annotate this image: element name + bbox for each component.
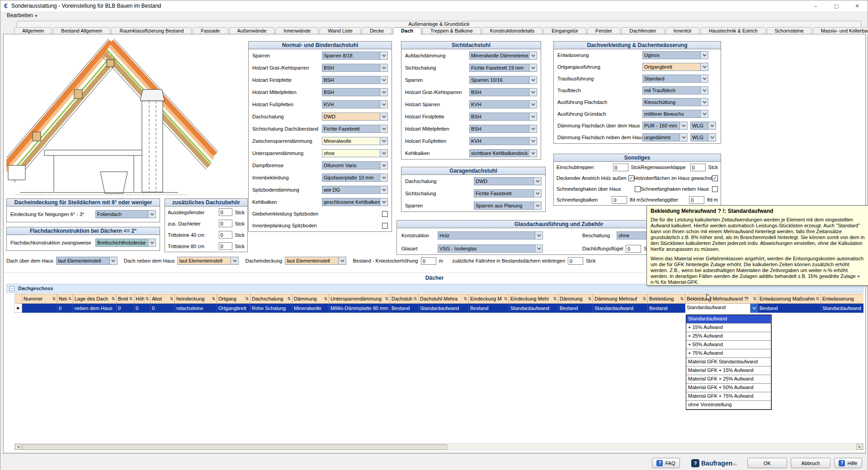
tab-konstruktionsdetails[interactable]: Konstruktionsdetails bbox=[482, 27, 542, 34]
dropdown-option[interactable]: + 25% Aufwand bbox=[686, 332, 771, 341]
tab-wand-liste[interactable]: Wand Liste bbox=[320, 27, 361, 34]
dropdown-option[interactable]: + 15% Aufwand bbox=[686, 324, 771, 332]
table-cell-8[interactable]: Rohe Schalung bbox=[250, 304, 292, 313]
chevron-down-icon[interactable] bbox=[148, 211, 156, 218]
chevron-down-icon[interactable] bbox=[679, 122, 687, 129]
table-cell-7[interactable]: Ortgangbrett bbox=[217, 304, 250, 313]
chevron-down-icon[interactable] bbox=[529, 64, 537, 71]
chevron-down-icon[interactable] bbox=[700, 52, 708, 59]
dropdown-option[interactable]: Material GFK + 75% Aufwand bbox=[686, 392, 771, 401]
sonstiges-checkbox[interactable]: ✓ bbox=[712, 175, 718, 181]
chevron-down-icon[interactable] bbox=[700, 87, 708, 94]
chevron-down-icon[interactable] bbox=[533, 202, 541, 209]
chevron-down-icon[interactable] bbox=[700, 63, 708, 70]
table-cell-10[interactable]: MiWo-Dämmplatte 80 mm bbox=[329, 304, 390, 313]
table-cell-11[interactable]: Bestand bbox=[390, 304, 419, 313]
tab-dachfenster[interactable]: Dachfenster bbox=[621, 27, 664, 34]
chevron-down-icon[interactable] bbox=[380, 89, 387, 96]
verkleidung-select-4[interactable]: Kiesschüttung bbox=[642, 98, 708, 106]
sonstiges-checkbox[interactable] bbox=[712, 186, 718, 192]
sicht-select-7[interactable]: KVH bbox=[469, 137, 537, 145]
binder-select-7[interactable]: Mineralwolle bbox=[322, 137, 388, 145]
tab-innenwände[interactable]: Innenwände bbox=[275, 27, 319, 34]
chevron-down-icon[interactable] bbox=[148, 239, 156, 246]
binder-select-3[interactable]: BSH bbox=[322, 88, 388, 96]
table-cell-12[interactable]: Standardaufwand bbox=[419, 304, 469, 313]
tab-decke[interactable]: Decke bbox=[362, 27, 392, 34]
chevron-down-icon[interactable] bbox=[750, 304, 758, 313]
binder-select-6[interactable]: Fichte Fasebrett bbox=[322, 125, 388, 133]
table-cell-20[interactable]: Standardaufwand bbox=[821, 304, 863, 313]
garage-select-2[interactable]: Sparren aus Planung bbox=[474, 202, 542, 210]
zubehoer-count-input[interactable]: 0 bbox=[219, 220, 232, 227]
chevron-down-icon[interactable] bbox=[380, 64, 387, 71]
sonstiges-count-input[interactable]: 0 bbox=[690, 164, 706, 171]
sonstiges-count-input[interactable]: 0 bbox=[613, 164, 628, 171]
chevron-down-icon[interactable] bbox=[529, 89, 537, 96]
maximize-button[interactable]: ▢ bbox=[826, 0, 847, 11]
table-header-17[interactable]: Bekleidung⇅ bbox=[648, 294, 685, 304]
verkleidung-select-0[interactable]: Uginox bbox=[642, 51, 708, 59]
chevron-down-icon[interactable] bbox=[231, 257, 238, 264]
chevron-down-icon[interactable] bbox=[338, 257, 346, 264]
tab-allgemein[interactable]: Allgemein bbox=[14, 27, 52, 34]
verkleidung-select-7[interactable]: ungedämmt bbox=[642, 133, 688, 141]
table-header-19[interactable]: Entwässerung Maßnahm⇅ bbox=[758, 294, 821, 304]
binder-select-8[interactable]: ohne bbox=[322, 149, 388, 157]
chevron-down-icon[interactable] bbox=[529, 150, 537, 157]
table-cell-19[interactable]: Bestand bbox=[758, 304, 821, 313]
tab-dach[interactable]: Dach bbox=[393, 27, 421, 34]
table-header-3[interactable]: Breit⇅ bbox=[117, 294, 134, 304]
verkleidung-select-2[interactable]: Standard bbox=[642, 75, 708, 83]
table-cell-3[interactable]: 0 bbox=[117, 304, 134, 313]
tab-schornsteine[interactable]: Schornsteine bbox=[767, 27, 812, 34]
chevron-down-icon[interactable] bbox=[109, 257, 117, 264]
chevron-down-icon[interactable] bbox=[529, 76, 537, 84]
binder-select-2[interactable]: BSH bbox=[322, 76, 388, 84]
zubehoer-count-input[interactable]: 0 bbox=[219, 231, 232, 239]
chevron-down-icon[interactable] bbox=[535, 232, 542, 239]
tab-fassade[interactable]: Fassade bbox=[193, 27, 228, 34]
sicht-select-4[interactable]: KVH bbox=[469, 100, 537, 108]
sicht-select-0[interactable]: Mineralwolle Dämmeleme bbox=[469, 52, 537, 60]
binder-select-0[interactable]: Sparren 8/18 bbox=[322, 52, 388, 60]
table-header-0[interactable]: Nummer⇅ bbox=[22, 294, 57, 304]
table-cell-6[interactable]: ndachsteine bbox=[175, 304, 217, 313]
sicht-select-8[interactable]: sichtbare Kehlbalkendeck bbox=[469, 149, 537, 157]
kniestock-input[interactable]: 0 bbox=[421, 257, 436, 265]
table-cell-18[interactable]: Standardaufwand bbox=[685, 304, 758, 313]
zubehoer-count-input[interactable]: 0 bbox=[219, 208, 232, 216]
dropdown-option[interactable]: ohne Voreinstellung bbox=[686, 401, 771, 409]
binder-select-9[interactable]: Difunorm Vario bbox=[322, 161, 388, 169]
dachlueftung-count-input[interactable]: 0 bbox=[626, 245, 641, 253]
table-header-10[interactable]: Untersparrendämmung⇅ bbox=[329, 294, 390, 304]
tab-massiv-und-kellerbau[interactable]: Massiv- und Kellerbau bbox=[813, 27, 868, 34]
tab-haustechnik-estrich[interactable]: Haustechnik & Estrich bbox=[701, 27, 766, 34]
binder-select-1[interactable]: BSH bbox=[322, 64, 388, 72]
table-cell-13[interactable]: Bestand bbox=[469, 304, 509, 313]
table-header-1[interactable]: Neig⇅ bbox=[57, 294, 73, 304]
garage-select-1[interactable]: Fichte Fasebrett bbox=[474, 189, 542, 197]
chevron-down-icon[interactable] bbox=[380, 113, 387, 120]
chevron-down-icon[interactable] bbox=[380, 150, 387, 157]
verkleidung-select-3[interactable]: mit Traufblech bbox=[642, 86, 708, 94]
dach_neben-select[interactable]: laut Elementeinstell bbox=[177, 257, 239, 265]
garage-select-0[interactable]: DWD bbox=[474, 177, 542, 185]
table-header-12[interactable]: Dachstuhl Mehra⇅ bbox=[419, 294, 469, 304]
chevron-down-icon[interactable] bbox=[380, 101, 387, 108]
tab-eingangstür[interactable]: Eingangstür bbox=[543, 27, 586, 34]
dropdown-option[interactable]: Material GFK Standardaufwand bbox=[686, 358, 771, 367]
tab-außenwände[interactable]: Außenwände bbox=[229, 27, 275, 34]
table-header-15[interactable]: Dämmung⇅ bbox=[558, 294, 593, 304]
binder-select-10[interactable]: Gipsfaserplatte 10 mm bbox=[322, 174, 388, 182]
close-button[interactable]: ✕ bbox=[847, 0, 868, 11]
sicht-select-2[interactable]: Sparren 10/16 bbox=[469, 76, 537, 84]
chevron-down-icon[interactable] bbox=[708, 134, 716, 141]
chevron-down-icon[interactable] bbox=[380, 52, 387, 59]
table-cell-17[interactable]: Bestand bbox=[648, 304, 685, 313]
flach-select[interactable]: Brettschichtholzdecke bbox=[95, 239, 156, 247]
fallrohre-input[interactable]: 0 bbox=[568, 257, 583, 265]
table-header-11[interactable]: Dachstuhl⇅ bbox=[390, 294, 419, 304]
minimize-button[interactable]: – bbox=[805, 0, 826, 11]
table-header-16[interactable]: Dämmung Mehrauf⇅ bbox=[593, 294, 648, 304]
